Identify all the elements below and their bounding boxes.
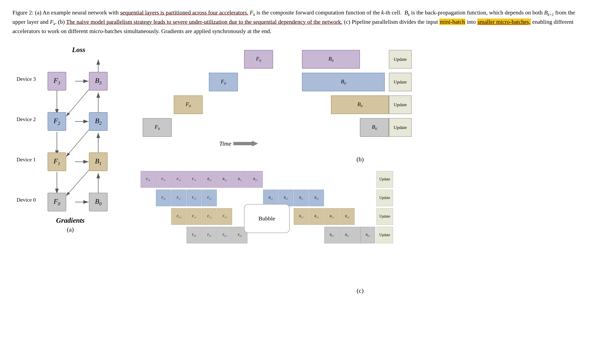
caption-underline1: sequential layers is partitioned across … xyxy=(120,9,249,16)
device-2-label: Device 2 xyxy=(17,116,36,123)
node-b2: B2 xyxy=(89,112,108,131)
node-f3: F3 xyxy=(47,72,66,91)
c-b31: B3,1 xyxy=(233,171,247,188)
fig-a-label: (a) xyxy=(67,226,74,233)
c-b22: B2,2 xyxy=(278,190,293,206)
c-f23: F2,3 xyxy=(202,190,217,206)
node-f0: F0 xyxy=(47,193,66,211)
fig-bc-column: F0 B0 Update F0 B0 Update F0 B0 Update F… xyxy=(141,46,580,294)
fig-b-d0-update: Update xyxy=(389,118,412,137)
figure-a: Loss xyxy=(12,46,128,233)
fig-b-time-arrow: Time xyxy=(219,140,258,147)
c-b02: B0,2 xyxy=(340,227,355,243)
c-update2: Update xyxy=(377,190,393,206)
caption-highlight1: mini-batch xyxy=(439,19,465,25)
caption-text3: (c) Pipeline parallelism divides the inp… xyxy=(344,19,439,25)
c-f22: F2,2 xyxy=(187,190,202,206)
svg-line-13 xyxy=(66,90,89,116)
c-f11: F1,1 xyxy=(187,208,202,225)
c-f30: F3,0 xyxy=(141,171,155,188)
c-f20: F2,0 xyxy=(156,190,171,206)
fig-b-d0-b0: B0 xyxy=(360,118,389,137)
c-b23: B2,3 xyxy=(263,190,278,206)
node-f1: F1 xyxy=(47,152,66,171)
c-f01: F0,1 xyxy=(202,227,217,243)
c-f31: F3,1 xyxy=(156,171,171,188)
c-b30: B3,0 xyxy=(248,171,263,188)
caption-highlight2: smaller micro-batches, xyxy=(477,19,531,25)
figure-b: F0 B0 Update F0 B0 Update F0 B0 Update F… xyxy=(141,46,580,163)
c-b10: B1,0 xyxy=(340,208,355,225)
fig-c-diagram: F3,0 F3,1 F3,2 F3,3 B3,3 B3,2 B3,1 B3,0 … xyxy=(141,169,580,285)
node-f2: F2 xyxy=(47,112,66,131)
c-f00: F0,0 xyxy=(187,227,202,243)
fig-b-diagram: F0 B0 Update F0 B0 Update F0 B0 Update F… xyxy=(141,46,580,153)
c-b11: B1,1 xyxy=(324,208,339,225)
c-b32: B3,2 xyxy=(217,171,232,188)
fig-a-gradients-label: Gradients xyxy=(56,216,85,224)
c-b13: B1,3 xyxy=(294,208,309,225)
c-f02: F0,2 xyxy=(217,227,232,243)
c-update0: Update xyxy=(377,227,393,243)
fig-b-d2-f0: F0 xyxy=(209,73,238,91)
c-update1: Update xyxy=(377,208,393,225)
caption-text4: into xyxy=(465,19,478,25)
fig-b-d1-b0: B0 xyxy=(331,95,389,114)
node-b0: B0 xyxy=(89,193,108,211)
c-f10: F1,0 xyxy=(171,208,186,225)
svg-marker-16 xyxy=(233,141,258,146)
fig-a-loss-label: Loss xyxy=(72,46,85,54)
fig-c-label: (c) xyxy=(357,287,363,294)
c-b20: B2,0 xyxy=(309,190,324,206)
time-label: Time xyxy=(219,140,231,147)
fig-b-d3-b0: B0 xyxy=(302,50,360,69)
c-b12: B1,2 xyxy=(309,208,324,225)
c-f32: F3,2 xyxy=(171,171,186,188)
caption-underline2: The naive model parallelism strategy lea… xyxy=(66,19,342,25)
fig-b-d0-f0: F0 xyxy=(143,118,172,137)
c-b21: B2,1 xyxy=(294,190,309,206)
fig-b-d1-update: Update xyxy=(389,95,412,114)
figure-c: F3,0 F3,1 F3,2 F3,3 B3,3 B3,2 B3,1 B3,0 … xyxy=(141,169,580,294)
fig-b-d3-update: Update xyxy=(389,50,412,69)
c-b33: B3,3 xyxy=(202,171,217,188)
figure-caption: Figure 2: (a) An example neural network … xyxy=(12,8,579,36)
fig-b-d3-f0: F0 xyxy=(244,50,273,69)
svg-line-14 xyxy=(66,130,89,156)
node-b3: B3 xyxy=(89,72,108,91)
fig-a-diagram: Device 3 Device 2 Device 1 Device 0 F3 B… xyxy=(17,55,124,212)
fig-b-label: (b) xyxy=(357,156,364,163)
c-f13: F1,3 xyxy=(217,208,232,225)
fig-b-d2-b0: B0 xyxy=(302,73,385,91)
device-0-label: Device 0 xyxy=(17,197,36,203)
c-f12: F1,2 xyxy=(202,208,217,225)
node-b1: B1 xyxy=(89,152,108,171)
c-b00: B0,0 xyxy=(360,227,375,243)
bubble-label: Bubble xyxy=(244,204,289,233)
caption-prefix: Figure 2: (a) An example neural network … xyxy=(12,9,120,16)
device-3-label: Device 3 xyxy=(17,76,36,82)
figures-row: Loss xyxy=(12,46,580,294)
svg-line-15 xyxy=(66,170,89,196)
fig-b-d2-update: Update xyxy=(389,73,412,91)
c-b03: B0,3 xyxy=(324,227,339,243)
c-update3: Update xyxy=(377,171,393,188)
fig-b-d1-f0: F0 xyxy=(174,95,203,114)
device-1-label: Device 1 xyxy=(17,156,36,163)
c-f21: F2,1 xyxy=(171,190,186,206)
c-f33: F3,3 xyxy=(187,171,202,188)
